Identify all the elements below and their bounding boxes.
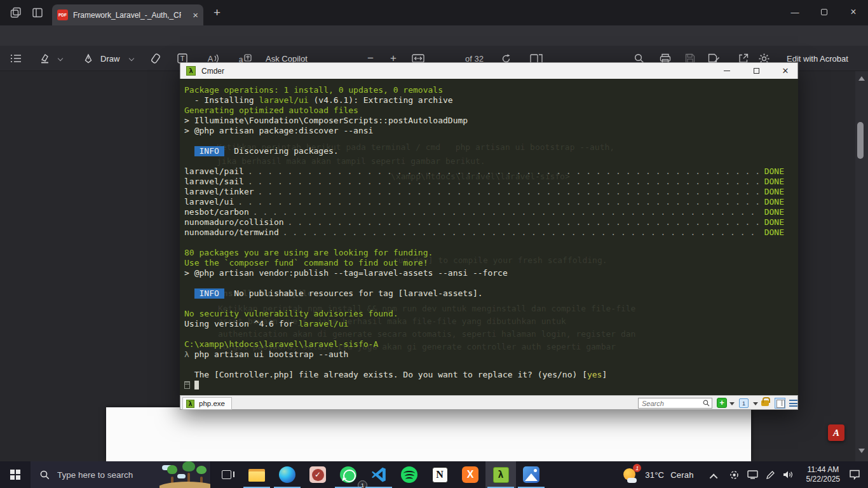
cmder-statusbar: λ php.exe + 1 (180, 395, 798, 410)
window-dropdown-icon[interactable] (753, 402, 758, 405)
cmder-menu-icon[interactable] (789, 400, 797, 407)
taskbar-search-placeholder: Type here to search (57, 470, 133, 480)
terminal-line: > Illuminate\Foundation\ComposerScripts:… (184, 116, 784, 126)
xampp-icon: X (462, 466, 478, 483)
terminal-line (184, 360, 784, 370)
terminal-line: laravel/pail. . . . . . . . . . . . . . … (184, 166, 784, 177)
task-view-button[interactable] (211, 461, 241, 488)
terminal-line (184, 136, 784, 146)
terminal-line: C:\xampp\htdocs\laravel\laravel-sisfo-A (184, 339, 784, 349)
cmder-close-button[interactable]: ✕ (775, 63, 796, 79)
start-button[interactable] (0, 461, 31, 488)
edge-icon (279, 466, 295, 483)
cmder-taskbar-icon: λ (493, 467, 509, 483)
pen-tray-icon[interactable] (766, 470, 775, 480)
new-tab-button[interactable]: + (214, 6, 220, 20)
terminal-line: INFO No publishable resources for tag [l… (184, 288, 784, 299)
browser-tabstrip: PDF Framework_Laravel_-_Auth,_CRUD × + —… (0, 0, 868, 25)
taskbar-app-cmder[interactable]: λ (485, 461, 516, 488)
tray-expand-icon[interactable] (709, 473, 717, 482)
terminal-line: Using version ^4.6 for laravel/ui (184, 319, 784, 329)
new-console-button[interactable]: + (717, 398, 727, 408)
cmder-lambda-icon: λ (186, 66, 196, 76)
cmder-titlebar[interactable]: λ Cmder ✕ (180, 62, 798, 79)
taskbar-app-notion[interactable]: N (424, 461, 455, 488)
action-center-icon[interactable] (849, 470, 860, 480)
unknown-glyph-box (184, 381, 190, 389)
pdf-page (106, 407, 751, 461)
taskbar-search[interactable]: Type here to search (31, 461, 211, 488)
browser-close-button[interactable]: × (839, 0, 868, 24)
workspaces-icon[interactable] (10, 7, 22, 18)
new-console-dropdown-icon[interactable] (729, 402, 735, 405)
pdf-scrollbar[interactable] (855, 71, 868, 461)
cmder-minimize-button[interactable] (716, 63, 738, 79)
network-tray-icon[interactable] (747, 470, 758, 479)
console-search-icon[interactable] (703, 400, 710, 407)
lock-console-icon[interactable] (761, 400, 769, 406)
console-tab-php[interactable]: λ php.exe (182, 397, 232, 410)
volume-tray-icon[interactable] (783, 470, 794, 479)
cmder-maximize-button[interactable] (745, 63, 767, 79)
terminal-line: The [Controller.php] file already exists… (184, 370, 784, 380)
terminal-line: laravel/tinker. . . . . . . . . . . . . … (184, 187, 784, 197)
terminal-cursor (194, 381, 199, 390)
terminal-line: laravel/sail. . . . . . . . . . . . . . … (184, 177, 784, 187)
draw-label[interactable]: Draw (100, 46, 119, 71)
tab-actions-icon[interactable] (32, 7, 43, 18)
todo-check-icon: ✓ (309, 466, 326, 483)
taskbar-app-todo[interactable]: ✓ (302, 461, 333, 488)
svg-text:T: T (180, 55, 185, 62)
taskbar-app-photos[interactable] (516, 461, 546, 488)
toc-icon[interactable] (10, 46, 22, 71)
acrobat-fab-icon[interactable]: A (828, 424, 844, 441)
terminal-line: - Installing laravel/ui (v4.6.1): Extrac… (184, 95, 784, 105)
tab-close-icon[interactable]: × (193, 10, 198, 20)
weather-badge: 1 (633, 464, 641, 472)
pdf-file-icon: PDF (57, 10, 68, 20)
scroll-up-icon[interactable] (858, 76, 865, 81)
taskbar-app-spotify[interactable] (394, 461, 424, 488)
panel-view-icon[interactable] (775, 398, 785, 409)
taskbar-app-explorer[interactable] (241, 461, 272, 488)
scroll-down-icon[interactable] (858, 449, 865, 453)
taskbar-app-xampp[interactable]: X (455, 461, 485, 488)
eraser-icon[interactable] (150, 46, 161, 71)
terminal-line: λ php artisan ui bootstrap --auth (184, 349, 784, 360)
window-number-badge[interactable]: 1 (739, 398, 749, 408)
console-tab-label: php.exe (199, 400, 225, 407)
taskbar-app-vscode[interactable] (363, 461, 394, 488)
scrollbar-thumb[interactable] (857, 122, 864, 159)
terminal-line: nunomaduro/termwind. . . . . . . . . . .… (184, 227, 784, 238)
terminal-line (184, 329, 784, 339)
terminal-line: 80 packages you are using are looking fo… (184, 248, 784, 258)
terminal-line: laravel/ui. . . . . . . . . . . . . . . … (184, 197, 784, 207)
weather-widget[interactable]: 1 31°CCerah (623, 466, 700, 483)
browser-restore-button[interactable] (810, 0, 839, 24)
taskbar-app-whatsapp[interactable]: 1 (333, 461, 363, 488)
whatsapp-icon (340, 466, 356, 483)
system-tray: 1 31°CCerah 11:44 AM 5/22/2025 (623, 461, 868, 488)
browser-minimize-button[interactable]: — (780, 0, 810, 24)
cmder-title: Cmder (201, 67, 224, 76)
terminal-line: Use the `composer fund` command to find … (184, 258, 784, 268)
console-search-input[interactable] (638, 398, 712, 409)
spotify-icon (401, 466, 417, 483)
taskbar-app-edge[interactable] (272, 461, 302, 488)
draw-dropdown-icon[interactable] (129, 56, 134, 61)
notion-icon: N (432, 467, 448, 483)
cmder-window: λ Cmder ✕ Ketikkan perintah berikut pada… (180, 62, 798, 410)
photos-icon (523, 466, 539, 483)
weather-icon: 1 (623, 466, 639, 483)
clock-time: 11:44 AM (806, 465, 840, 475)
terminal-output[interactable]: Ketikkan perintah berikut pada terminal … (180, 79, 798, 395)
taskbar-clock[interactable]: 11:44 AM 5/22/2025 (806, 465, 840, 484)
draw-pen-icon[interactable] (83, 46, 94, 71)
browser-tab-active[interactable]: PDF Framework_Laravel_-_Auth,_CRUD × (52, 4, 203, 25)
terminal-line: > @php artisan vendor:publish --tag=lara… (184, 268, 784, 278)
terminal-line: > @php artisan package:discover --ansi (184, 126, 784, 136)
highlighter-icon[interactable] (39, 46, 51, 71)
teams-tray-icon[interactable] (729, 470, 740, 480)
search-highlight-illustration (159, 461, 210, 488)
highlighter-dropdown-icon[interactable] (58, 56, 63, 61)
